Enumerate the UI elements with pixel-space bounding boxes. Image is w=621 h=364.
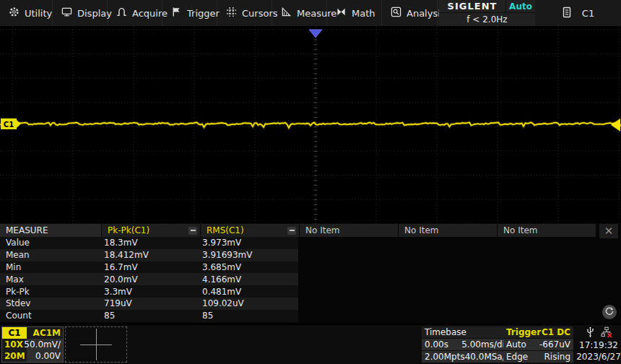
trigger-level: -667uV — [539, 339, 570, 350]
refresh-icon — [604, 306, 615, 318]
timebase-descriptor-box[interactable]: Timebase 0.00s 5.00ms/div 2.00Mpts 40.0M… — [422, 326, 501, 363]
measure-panel: MEASURE Pk-Pk(C1) RMS(C1) No Item No Ite… — [0, 224, 621, 324]
siglent-logo: SIGLENT — [439, 0, 505, 12]
bottom-status-bar: C1 AC1M 10X 50.0mV/ 20M 0.00V Timebase 0… — [0, 325, 621, 364]
brand-block: SIGLENT Auto f < 2.0Hz — [439, 0, 535, 26]
flag-icon — [171, 6, 182, 20]
acquisition-points: 2.00Mpts — [425, 352, 465, 362]
channel-bandwidth-limit: 20M — [2, 350, 27, 362]
lan-disconnected-icon[interactable] — [601, 326, 612, 340]
usb-icon[interactable] — [586, 326, 595, 340]
timebase-title: Timebase — [425, 327, 466, 337]
close-measure-panel-button[interactable]: ✕ — [599, 224, 618, 238]
remove-measure-icon[interactable] — [287, 227, 296, 235]
channel-coupling: AC1M — [27, 327, 63, 339]
tab-cursors[interactable]: Cursors — [217, 0, 272, 26]
channel-volts-per-div: 50.0mV/ — [27, 339, 63, 350]
table-row: Pk-Pk 3.3mV 0.481mV — [0, 285, 298, 298]
measure-col-rms[interactable]: RMS(C1) — [201, 224, 299, 237]
pulse-icon — [116, 6, 127, 20]
channel1-level-tag[interactable]: C1 — [1, 118, 21, 129]
menu-bar: Utility Display Acquire Trigger Cursors … — [0, 0, 621, 26]
crosshatch-icon — [226, 6, 237, 20]
remove-measure-icon[interactable] — [188, 227, 197, 235]
timebase-scale: 5.00ms/div — [461, 339, 510, 350]
trigger-slope: Rising — [544, 352, 570, 362]
reset-statistics-button[interactable] — [602, 305, 617, 319]
channel-name-badge: C1 — [2, 327, 27, 339]
trigger-position-marker[interactable] — [309, 30, 322, 38]
table-row: Count 85 85 — [0, 310, 298, 322]
trigger-title: Trigger — [506, 327, 541, 337]
measure-col-empty-2[interactable]: No Item — [399, 224, 497, 237]
menu-list-icon — [562, 6, 572, 20]
tab-acquire[interactable]: Acquire — [108, 0, 162, 26]
tab-label: Display — [77, 8, 112, 19]
measure-col-empty-1[interactable]: No Item — [300, 224, 398, 237]
channel-probe-attenuation: 10X — [2, 339, 27, 350]
channel-offset: 0.00V — [27, 350, 63, 362]
frequency-counter: f < 2.0Hz — [439, 13, 535, 26]
table-row: Stdev 719uV 109.02uV — [0, 298, 298, 310]
clock-time: 17:19:32 — [579, 340, 618, 350]
tab-label: Trigger — [187, 8, 220, 19]
table-row: Min 16.7mV 3.685mV — [0, 261, 298, 274]
channel1-descriptor-box[interactable]: C1 AC1M 10X 50.0mV/ 20M 0.00V — [1, 326, 64, 363]
tab-display[interactable]: Display — [53, 0, 108, 26]
waveform-display[interactable]: C1 — [0, 26, 621, 224]
monitor-icon — [61, 6, 72, 20]
add-channel-button[interactable] — [65, 326, 127, 363]
tab-math[interactable]: Math — [327, 0, 382, 26]
center-axis-ticks — [314, 30, 318, 224]
tab-measure[interactable]: Measure — [272, 0, 327, 26]
svg-text:C1: C1 — [4, 121, 14, 129]
clock-date: 2023/6/27 — [576, 352, 621, 362]
trigger-level-marker[interactable] — [611, 118, 620, 131]
ruler-icon — [281, 6, 292, 20]
system-status-block: 17:19:32 2023/6/27 — [578, 326, 620, 363]
gear-icon — [9, 6, 19, 20]
tab-analysis[interactable]: Analysis — [382, 0, 438, 26]
trigger-mode: Auto — [506, 339, 526, 350]
tab-utility[interactable]: Utility — [0, 0, 53, 26]
measure-panel-title: MEASURE — [0, 224, 101, 237]
tab-trigger[interactable]: Trigger — [162, 0, 217, 26]
active-menu-indicator[interactable]: C1 — [535, 0, 621, 26]
table-row: Max 20.0mV 4.166mV — [0, 273, 298, 285]
active-menu-label: C1 — [582, 8, 594, 19]
magnifier-box-icon — [391, 6, 401, 20]
measure-col-pkpk[interactable]: Pk-Pk(C1) — [102, 224, 200, 237]
plus-icon — [80, 329, 112, 360]
acquisition-status: Auto — [506, 0, 535, 12]
tab-label: Math — [352, 8, 375, 19]
measure-statistics-table: Value 18.3mV 3.973mV Mean 18.412mV 3.916… — [0, 237, 298, 322]
trigger-source: C1 DC — [542, 327, 570, 337]
trigger-descriptor-box[interactable]: Trigger C1 DC Auto -667uV Edge Rising — [503, 326, 573, 363]
table-row: Value 18.3mV 3.973mV — [0, 237, 298, 249]
table-row: Mean 18.412mV 3.91693mV — [0, 249, 298, 261]
measure-col-empty-3[interactable]: No Item — [498, 224, 596, 237]
bowtie-icon — [336, 6, 347, 20]
trigger-type: Edge — [506, 352, 528, 362]
tab-label: Utility — [25, 8, 52, 19]
timebase-delay: 0.00s — [425, 339, 448, 350]
